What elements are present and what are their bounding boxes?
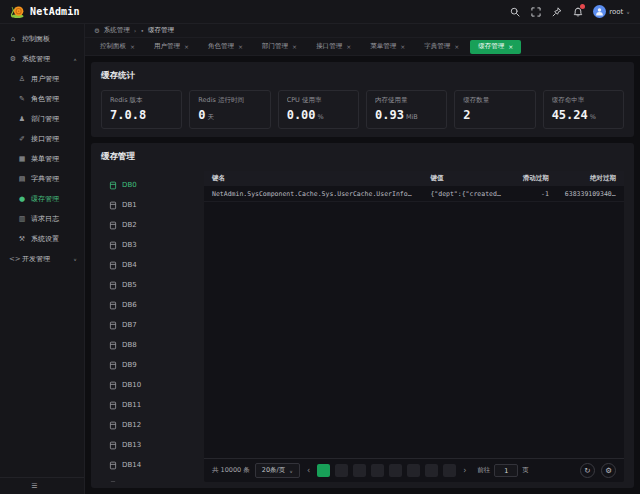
sidebar-item-label: 用户管理: [31, 74, 59, 84]
sidebar-item-label: 缓存管理: [31, 194, 59, 204]
sidebar-item[interactable]: ▦ 菜单管理: [0, 149, 84, 169]
tab[interactable]: 部门管理 ×: [254, 40, 305, 54]
sidebar-item[interactable]: ♙ 用户管理: [0, 69, 84, 89]
pagination-bar: 共 10000 条 20条/页 ∨ ‹ › 前往 页: [204, 458, 624, 482]
db-tree-item[interactable]: DB12: [101, 415, 196, 435]
database-icon: [109, 221, 117, 230]
next-page-button[interactable]: ›: [461, 466, 468, 475]
cache-stats-panel: 缓存统计 Redis 版本 7.0.8 Redis 运行时间 0天 CPU 使用…: [91, 62, 634, 137]
db-tree-item[interactable]: DB3: [101, 235, 196, 255]
goto-page-input[interactable]: [494, 464, 518, 477]
tab[interactable]: 字典管理 ×: [416, 40, 467, 54]
tab-bar: 控制面板 × 用户管理 × 角色管理 × 部门管理 × 接口管理 × 菜单管理 …: [85, 38, 640, 56]
sidebar-item[interactable]: ● 缓存管理: [0, 189, 84, 209]
page-button[interactable]: [335, 464, 348, 477]
db-tree-item[interactable]: DB11: [101, 395, 196, 415]
tab-close-icon[interactable]: ×: [238, 43, 243, 50]
db-tree-item[interactable]: DB7: [101, 315, 196, 335]
stat-value-number: 0.00: [287, 108, 316, 122]
sidebar-item[interactable]: <> 开发管理 ∨: [0, 249, 84, 269]
cell-absolute-expiry: 638339109340584970: [557, 190, 624, 198]
sidebar-item[interactable]: ⚒ 系统设置: [0, 229, 84, 249]
page-size-select[interactable]: 20条/页 ∨: [255, 463, 300, 478]
tab-close-icon[interactable]: ×: [292, 43, 297, 50]
db-label: DB4: [122, 261, 137, 269]
avatar[interactable]: [593, 5, 606, 18]
tab-label: 用户管理: [154, 42, 180, 51]
tab-close-icon[interactable]: ×: [130, 43, 135, 50]
page-button[interactable]: [407, 464, 420, 477]
db-tree-item[interactable]: DB9: [101, 355, 196, 375]
page-button[interactable]: [353, 464, 366, 477]
tab-close-icon[interactable]: ×: [184, 43, 189, 50]
db-tree-item[interactable]: DB6: [101, 295, 196, 315]
db-tree-item[interactable]: DB8: [101, 335, 196, 355]
cache-management-panel: 缓存管理 DB0: [91, 143, 634, 488]
user-menu[interactable]: root ∨: [593, 5, 630, 18]
column-header-sliding-expiry: 滑动过期: [515, 174, 557, 183]
notifications-bell-icon[interactable]: [572, 6, 583, 17]
breadcrumb-item-current[interactable]: 缓存管理: [148, 26, 174, 35]
sidebar-collapse-icon[interactable]: ☰: [30, 482, 39, 491]
tab[interactable]: 缓存管理 ×: [470, 40, 521, 54]
brand: NetAdmin: [10, 4, 80, 19]
db-tree-item[interactable]: DB13: [101, 435, 196, 455]
sidebar-item-label: 字典管理: [31, 174, 59, 184]
sidebar-item[interactable]: ▥ 请求日志: [0, 209, 84, 229]
sidebar-item-label: 菜单管理: [31, 154, 59, 164]
db-tree-item[interactable]: DB15: [101, 475, 196, 482]
tab[interactable]: 接口管理 ×: [308, 40, 359, 54]
sidebar-item[interactable]: ⚙ 系统管理 ∧: [0, 49, 84, 69]
prev-page-button[interactable]: ‹: [305, 466, 312, 475]
page-button[interactable]: [425, 464, 438, 477]
sidebar-item[interactable]: ⌂ 控制面板: [0, 29, 84, 49]
db-tree-item[interactable]: DB0: [101, 175, 196, 195]
db-tree-item[interactable]: DB1: [101, 195, 196, 215]
page-button[interactable]: [317, 464, 330, 477]
tab[interactable]: 用户管理 ×: [146, 40, 197, 54]
db-tree-item[interactable]: DB4: [101, 255, 196, 275]
sidebar-item-icon: ⚒: [18, 235, 26, 243]
db-tree-item[interactable]: DB14: [101, 455, 196, 475]
table-settings-button[interactable]: ⚙: [601, 463, 616, 478]
sidebar-item[interactable]: ✐ 接口管理: [0, 129, 84, 149]
page-button[interactable]: [389, 464, 402, 477]
page-button[interactable]: [443, 464, 456, 477]
sidebar-item[interactable]: ♟ 部门管理: [0, 109, 84, 129]
db-label: DB0: [122, 181, 137, 189]
stat-label: Redis 版本: [110, 96, 173, 105]
fullscreen-icon[interactable]: [530, 6, 541, 17]
db-label: DB1: [122, 201, 137, 209]
stat-value: 0.00%: [287, 108, 350, 122]
sidebar-item-icon: <>: [9, 255, 17, 263]
refresh-button[interactable]: ↻: [580, 463, 595, 478]
breadcrumb-item[interactable]: 系统管理: [104, 26, 130, 35]
database-tree: DB0 DB1 DB2: [101, 171, 196, 482]
pin-icon[interactable]: [551, 6, 562, 17]
db-tree-item[interactable]: DB10: [101, 375, 196, 395]
tab[interactable]: 控制面板 ×: [92, 40, 143, 54]
tab[interactable]: 菜单管理 ×: [362, 40, 413, 54]
database-icon: [109, 461, 117, 470]
sidebar-item-icon: ✎: [18, 95, 26, 103]
table-row[interactable]: NetAdmin.SysComponent.Cache.Sys.UserCach…: [204, 186, 624, 202]
db-tree-item[interactable]: DB5: [101, 275, 196, 295]
database-icon: [109, 201, 117, 210]
tab-close-icon[interactable]: ×: [400, 43, 405, 50]
database-icon: [109, 281, 117, 290]
cache-body: DB0 DB1 DB2: [101, 171, 624, 482]
tab-close-icon[interactable]: ×: [454, 43, 459, 50]
page-button[interactable]: [371, 464, 384, 477]
tab-close-icon[interactable]: ×: [346, 43, 351, 50]
stat-value-number: 2: [463, 108, 470, 122]
sidebar-item[interactable]: ✎ 角色管理: [0, 89, 84, 109]
db-tree-item[interactable]: DB2: [101, 215, 196, 235]
sidebar-item[interactable]: ▤ 字典管理: [0, 169, 84, 189]
tab[interactable]: 角色管理 ×: [200, 40, 251, 54]
tab-close-icon[interactable]: ×: [508, 43, 513, 50]
cache-table-area: 键名 键值 滑动过期 绝对过期 NetAdmin.SysComponent.Ca…: [204, 171, 624, 482]
stat-value: 2: [463, 108, 526, 122]
search-icon[interactable]: [509, 6, 520, 17]
database-icon: [109, 441, 117, 450]
goto-suffix: 页: [522, 466, 529, 475]
